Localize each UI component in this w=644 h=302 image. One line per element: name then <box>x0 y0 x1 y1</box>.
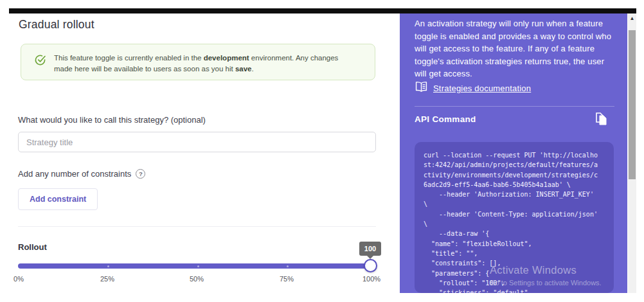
top-black-bar <box>9 8 636 13</box>
strategy-title-input[interactable] <box>18 132 376 152</box>
tick-label-0: 0% <box>13 275 24 283</box>
rollout-label: Rollout <box>18 242 47 252</box>
strategy-title-label: What would you like to call this strateg… <box>18 115 206 125</box>
api-command-title: API Command <box>415 114 476 124</box>
alert-part1: This feature toggle is currently enabled… <box>54 54 204 62</box>
alert-env-name: development <box>204 54 249 62</box>
scrollbar-thumb[interactable] <box>629 30 636 179</box>
constraints-label: Add any number of constraints <box>18 169 131 179</box>
section-divider <box>18 226 376 227</box>
help-icon[interactable]: ? <box>136 169 145 179</box>
api-command-code-block[interactable]: curl --location --request PUT 'http://lo… <box>415 142 614 293</box>
slider-tick-75 <box>287 265 289 267</box>
docs-link-label: Strategies documentation <box>433 84 531 93</box>
alert-part3: . <box>252 65 254 73</box>
rollout-value-tooltip: 100 <box>359 242 381 256</box>
constraints-label-row: Add any number of constraints ? <box>18 169 145 179</box>
environment-enabled-alert: This feature toggle is currently enabled… <box>21 44 375 80</box>
rollout-slider-thumb[interactable] <box>364 259 377 272</box>
slider-tick-25 <box>107 265 109 267</box>
tick-label-75: 75% <box>280 275 294 283</box>
page-title: Gradual rollout <box>19 18 94 31</box>
rollout-slider-track[interactable] <box>18 263 376 269</box>
tick-label-50: 50% <box>190 275 204 283</box>
slider-tick-50 <box>197 265 199 267</box>
gradual-rollout-screen: Gradual rollout This feature toggle is c… <box>0 0 644 302</box>
alert-save-word: save <box>235 65 252 73</box>
strategy-guidance-panel: An activation strategy will only run whe… <box>400 13 627 293</box>
tick-label-100: 100% <box>362 275 380 283</box>
scrollbar-up-arrow-icon[interactable]: ▲ <box>628 15 636 22</box>
strategy-description: An activation strategy will only run whe… <box>415 17 618 80</box>
check-circle-icon <box>34 54 46 69</box>
panel-divider <box>415 106 614 107</box>
strategies-documentation-link[interactable]: Strategies documentation <box>415 82 531 94</box>
api-command-code: curl --location --request PUT 'http://lo… <box>424 150 605 293</box>
copy-icon[interactable] <box>594 111 609 128</box>
panel-scrollbar[interactable]: ▲ <box>628 13 636 293</box>
alert-text: This feature toggle is currently enabled… <box>54 53 356 75</box>
add-constraint-button[interactable]: Add constraint <box>18 188 98 210</box>
book-icon <box>415 82 427 94</box>
tick-label-25: 25% <box>100 275 114 283</box>
